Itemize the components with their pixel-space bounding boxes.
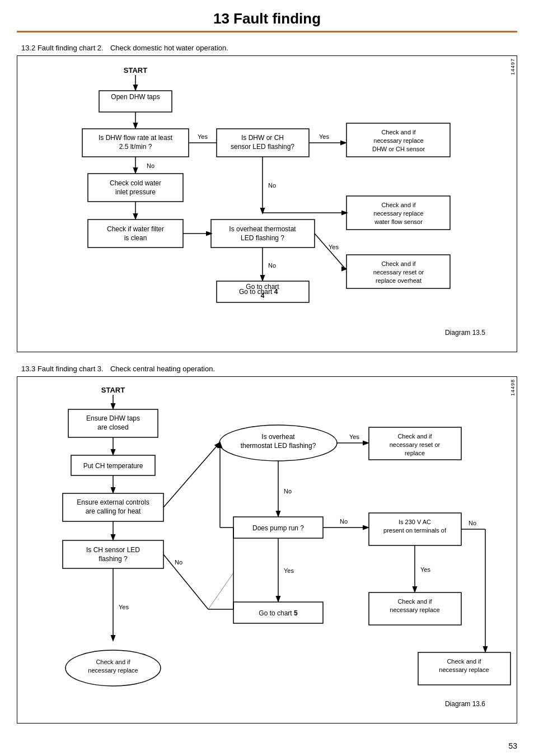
svg-text:necessary replace: necessary replace xyxy=(373,210,423,217)
svg-rect-16 xyxy=(88,220,183,248)
svg-text:Is 230 V AC: Is 230 V AC xyxy=(399,519,431,525)
svg-text:Does pump run ?: Does pump run ? xyxy=(252,524,304,532)
svg-text:inlet pressure: inlet pressure xyxy=(115,188,156,196)
svg-text:No: No xyxy=(284,488,292,494)
svg-text:START: START xyxy=(124,66,147,74)
svg-text:Is DHW flow rate at least: Is DHW flow rate at least xyxy=(99,134,173,142)
svg-text:No: No xyxy=(469,520,476,526)
svg-text:Diagram 13.5: Diagram 13.5 xyxy=(445,329,485,337)
svg-text:Yes: Yes xyxy=(329,244,339,250)
svg-line-69 xyxy=(163,554,208,609)
svg-text:Is DHW or CH: Is DHW or CH xyxy=(241,134,284,142)
svg-text:Open DHW taps: Open DHW taps xyxy=(111,93,160,101)
svg-text:START: START xyxy=(101,386,125,394)
svg-text:Is CH sensor LED: Is CH sensor LED xyxy=(86,546,140,554)
svg-text:Go to chart 5: Go to chart 5 xyxy=(259,609,298,617)
svg-text:Diagram 13.6: Diagram 13.6 xyxy=(445,700,485,708)
svg-text:Check cold water: Check cold water xyxy=(110,179,161,187)
svg-text:Ensure DHW taps: Ensure DHW taps xyxy=(86,414,140,422)
svg-text:necessary reset or: necessary reset or xyxy=(390,441,441,448)
svg-text:Check and if: Check and if xyxy=(381,129,416,136)
svg-text:Is overheat: Is overheat xyxy=(261,433,295,441)
svg-text:is clean: is clean xyxy=(124,234,147,242)
svg-text:Yes: Yes xyxy=(284,567,294,574)
flowchart-3: START Ensure DHW taps are closed Put CH … xyxy=(17,377,517,713)
svg-text:present on terminals of: present on terminals of xyxy=(383,527,447,534)
svg-text:Check and if: Check and if xyxy=(397,433,432,440)
svg-text:Ensure external controls: Ensure external controls xyxy=(77,498,149,506)
svg-text:Check if water filter: Check if water filter xyxy=(107,225,164,233)
svg-text:LED flashing ?: LED flashing ? xyxy=(241,234,284,242)
svg-text:water flow sensor: water flow sensor xyxy=(374,218,423,225)
svg-text:are closed: are closed xyxy=(97,423,128,431)
svg-text:No: No xyxy=(175,559,182,566)
svg-rect-66 xyxy=(63,540,163,568)
svg-text:necessary replace: necessary replace xyxy=(88,667,138,674)
svg-text:No: No xyxy=(268,262,276,269)
svg-rect-12 xyxy=(88,174,183,202)
svg-text:Yes: Yes xyxy=(319,133,329,140)
svg-text:Check and if: Check and if xyxy=(447,658,481,665)
svg-line-38 xyxy=(315,234,345,269)
svg-text:necessary reset or: necessary reset or xyxy=(373,269,424,276)
svg-line-112 xyxy=(208,573,233,609)
svg-text:flashing ?: flashing ? xyxy=(99,555,128,563)
svg-text:Check and if: Check and if xyxy=(381,260,416,267)
diagram-2-box: 14497 START Open DHW taps Is DHW flow ra… xyxy=(17,55,517,352)
orange-divider xyxy=(17,31,517,32)
diagram-3-box: 14498 START Ensure DHW taps are closed P… xyxy=(17,376,517,724)
svg-text:are calling for heat: are calling for heat xyxy=(86,507,141,515)
svg-text:necessary replace: necessary replace xyxy=(373,137,423,144)
svg-text:Check and if: Check and if xyxy=(96,659,130,665)
svg-text:Check and if: Check and if xyxy=(397,598,432,605)
svg-text:thermostat LED flashing?: thermostat LED flashing? xyxy=(241,442,316,450)
svg-text:Put CH temperature: Put CH temperature xyxy=(83,462,143,470)
svg-text:necessary replace: necessary replace xyxy=(439,666,489,673)
svg-text:Check and if: Check and if xyxy=(381,202,416,208)
svg-text:Yes: Yes xyxy=(349,433,359,440)
svg-line-85 xyxy=(163,443,219,507)
side-number-3: 14498 xyxy=(509,377,517,398)
page-title: 13 Fault finding xyxy=(0,0,534,31)
svg-text:Go to chart 4: Go to chart 4 xyxy=(239,288,278,296)
side-number-2: 14497 xyxy=(509,56,517,77)
svg-rect-35 xyxy=(211,220,315,248)
svg-text:replace overheat: replace overheat xyxy=(376,277,421,284)
svg-text:DHW or CH sensor: DHW or CH sensor xyxy=(372,146,425,152)
svg-text:Yes: Yes xyxy=(119,604,129,610)
section-2-title: 13.2 Fault finding chart 2. Check domest… xyxy=(17,43,517,52)
svg-text:Is overheat thermostat: Is overheat thermostat xyxy=(229,225,296,233)
flowchart-2: START Open DHW taps Is DHW flow rate at … xyxy=(17,56,517,342)
svg-text:2.5 lt/min ?: 2.5 lt/min ? xyxy=(119,143,152,151)
svg-text:Yes: Yes xyxy=(420,566,430,573)
svg-text:No: No xyxy=(147,162,154,169)
page-number: 53 xyxy=(508,741,517,750)
svg-text:sensor LED flashing?: sensor LED flashing? xyxy=(231,143,294,151)
svg-text:No: No xyxy=(340,518,348,525)
svg-text:necessary replace: necessary replace xyxy=(390,606,439,613)
section-3-title: 13.3 Fault finding chart 3. Check centra… xyxy=(17,363,517,373)
svg-text:No: No xyxy=(268,182,276,189)
svg-text:Yes: Yes xyxy=(198,133,208,140)
svg-text:replace: replace xyxy=(405,450,425,456)
